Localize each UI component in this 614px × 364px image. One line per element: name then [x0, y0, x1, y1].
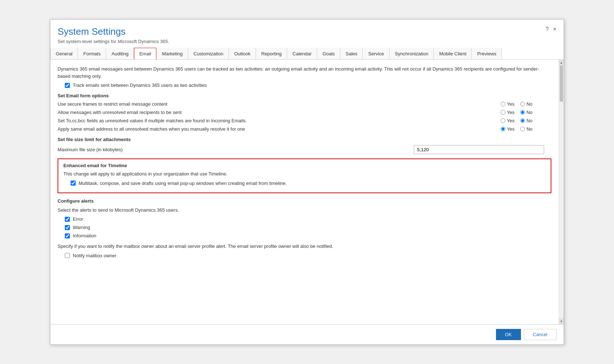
scroll-up-arrow[interactable]: ▲: [559, 60, 564, 65]
apply-same-email-radio-group: Yes No: [501, 126, 544, 132]
notify-mailbox-checkbox[interactable]: [65, 253, 70, 258]
secure-frames-yes[interactable]: Yes: [501, 101, 514, 107]
tab-goals[interactable]: Goals: [317, 48, 340, 60]
file-size-section-title: Set file size limit for attachments: [58, 137, 551, 142]
dialog-controls: ? ×: [546, 26, 556, 33]
dialog-footer: OK Cancel: [50, 324, 564, 344]
to-cc-bcc-label: Set To,cc,bcc fields as unresolved value…: [58, 118, 501, 123]
tab-service[interactable]: Service: [363, 48, 389, 60]
unresolved-recipients-label: Allow messages with unresolved email rec…: [58, 110, 501, 115]
scrollbar[interactable]: ▲ ▼: [559, 60, 564, 324]
max-file-size-row: Maximum file size (in kilobytes): [58, 145, 551, 154]
tab-calendar[interactable]: Calendar: [287, 48, 317, 60]
scroll-down-arrow[interactable]: ▼: [559, 318, 564, 324]
unresolved-recipients-radio-group: Yes No: [501, 110, 544, 115]
track-emails-row: Track emails sent between Dynamics 365 u…: [65, 82, 551, 88]
setting-row-unresolved-recipients: Allow messages with unresolved email rec…: [58, 110, 551, 115]
apply-same-email-label: Apply same email address to all unresolv…: [58, 126, 501, 132]
secure-frames-label: Use secure frames to restrict email mess…: [58, 101, 501, 107]
dialog-header: System Settings Set system-level setting…: [50, 20, 564, 48]
tab-formats[interactable]: Formats: [78, 48, 106, 60]
alert-warning-checkbox[interactable]: [65, 225, 70, 230]
track-emails-checkbox[interactable]: [65, 83, 70, 88]
alert-information-checkbox[interactable]: [65, 233, 70, 238]
enhanced-email-checkbox[interactable]: [71, 181, 76, 186]
setting-row-secure-frames: Use secure frames to restrict email mess…: [58, 101, 551, 107]
to-cc-bcc-radio-group: Yes No: [501, 118, 544, 123]
unresolved-recipients-yes[interactable]: Yes: [501, 110, 514, 115]
notify-mailbox-label: Notify mailbox owner: [73, 253, 117, 258]
enhanced-email-title: Enhanced email for Timeline: [63, 163, 546, 168]
tab-customization[interactable]: Customization: [188, 48, 229, 60]
secure-frames-radio-group: Yes No: [501, 101, 544, 107]
setting-row-apply-same-email: Apply same email address to all unresolv…: [58, 126, 551, 132]
cancel-button[interactable]: Cancel: [524, 329, 556, 340]
tab-reporting[interactable]: Reporting: [256, 48, 287, 60]
dialog-title: System Settings: [58, 26, 169, 37]
close-icon[interactable]: ×: [553, 26, 556, 33]
notify-mailbox-desc: Specify if you want to notify the mailbo…: [58, 243, 551, 250]
to-cc-bcc-no[interactable]: No: [520, 118, 533, 123]
tabs-bar: General Formats Auditing Email Marketing…: [50, 48, 564, 60]
alert-error-row: Error: [65, 216, 551, 222]
enhanced-email-section: Enhanced email for Timeline This change …: [58, 158, 551, 193]
apply-same-email-yes[interactable]: Yes: [501, 126, 514, 132]
email-description: Dynamics 365 email messages sent between…: [58, 65, 551, 80]
header-text: System Settings Set system-level setting…: [58, 26, 169, 44]
email-form-section-title: Set Email form options: [58, 93, 551, 98]
tab-sales[interactable]: Sales: [340, 48, 363, 60]
scroll-thumb[interactable]: [560, 65, 563, 102]
tab-mobile-client[interactable]: Mobile Client: [434, 48, 472, 60]
enhanced-email-desc: This change will apply to all applicatio…: [63, 170, 546, 178]
tab-marketing[interactable]: Marketing: [156, 48, 188, 60]
enhanced-email-checkbox-row: Multitask, compose, and save drafts usin…: [71, 181, 546, 186]
alert-information-row: Information: [65, 233, 551, 238]
tab-general[interactable]: General: [50, 48, 78, 60]
max-file-size-input[interactable]: [414, 145, 544, 154]
configure-alerts-section-title: Configure alerts: [58, 198, 551, 204]
enhanced-email-checkbox-label: Multitask, compose, and save drafts usin…: [79, 181, 287, 186]
alert-error-label: Error: [73, 216, 83, 222]
help-icon[interactable]: ?: [546, 26, 549, 33]
alert-error-checkbox[interactable]: [65, 217, 70, 222]
alert-warning-row: Warning: [65, 225, 551, 230]
tab-synchronization[interactable]: Synchronization: [390, 48, 434, 60]
tab-email[interactable]: Email: [134, 48, 157, 60]
system-settings-dialog: System Settings Set system-level setting…: [50, 19, 564, 345]
to-cc-bcc-yes[interactable]: Yes: [501, 118, 514, 123]
tab-outlook[interactable]: Outlook: [229, 48, 256, 60]
secure-frames-no[interactable]: No: [520, 101, 533, 107]
alert-information-label: Information: [73, 233, 96, 238]
alert-warning-label: Warning: [73, 225, 90, 230]
tab-previews[interactable]: Previews: [472, 48, 502, 60]
notify-mailbox-row: Notify mailbox owner: [65, 253, 551, 258]
configure-alerts-desc: Select the alerts to send to Microsoft D…: [58, 207, 551, 214]
content-area: Dynamics 365 email messages sent between…: [50, 60, 559, 324]
max-file-size-label: Maximum file size (in kilobytes): [58, 147, 414, 152]
unresolved-recipients-no[interactable]: No: [520, 110, 533, 115]
apply-same-email-no[interactable]: No: [520, 126, 533, 132]
ok-button[interactable]: OK: [496, 329, 521, 340]
track-emails-label: Track emails sent between Dynamics 365 u…: [73, 82, 207, 88]
dialog-subtitle: Set system-level settings for Microsoft …: [58, 39, 169, 44]
setting-row-to-cc-bcc: Set To,cc,bcc fields as unresolved value…: [58, 118, 551, 123]
tab-auditing[interactable]: Auditing: [106, 48, 134, 60]
